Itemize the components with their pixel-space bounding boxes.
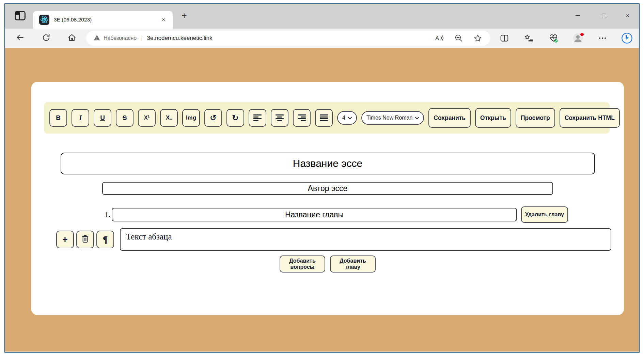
minimize-button[interactable] — [571, 9, 585, 22]
undo-icon: ↺ — [210, 113, 216, 122]
close-icon: × — [162, 16, 165, 23]
align-left-icon — [253, 114, 262, 121]
security-label: Небезопасно — [104, 35, 137, 41]
essay-author-input[interactable] — [102, 182, 553, 195]
redo-button[interactable]: ↻ — [226, 109, 244, 127]
split-screen-button[interactable] — [499, 32, 510, 44]
close-button[interactable]: × — [621, 9, 635, 22]
bold-button[interactable]: B — [49, 109, 67, 127]
heart-pulse-icon — [548, 33, 559, 43]
chapter-row: 1. Удалить главу — [99, 206, 624, 223]
read-aloud-icon: A — [435, 34, 444, 42]
tab-layout-icon — [15, 11, 26, 22]
svg-text:A: A — [435, 35, 439, 42]
more-button[interactable] — [597, 32, 608, 44]
underline-button[interactable]: U — [94, 109, 111, 127]
notification-dot — [580, 33, 584, 36]
close-icon: × — [626, 12, 629, 19]
align-left-button[interactable] — [249, 109, 266, 127]
browser-window: 3E (06.08.2023) × + × — [4, 3, 640, 353]
read-aloud-button[interactable]: A — [435, 33, 445, 43]
tab-strip: 3E (06.08.2023) × + × — [5, 4, 639, 29]
trash-icon — [81, 235, 89, 244]
plus-icon: + — [62, 234, 68, 245]
star-icon — [474, 34, 482, 42]
browser-tab[interactable]: 3E (06.08.2023) × — [33, 11, 173, 29]
justify-icon — [320, 114, 328, 121]
align-center-button[interactable] — [271, 109, 288, 127]
editor-card: B I U S X¹ X₁ Img ↺ ↻ — [31, 82, 624, 315]
preview-button[interactable]: Просмотр — [516, 108, 555, 128]
add-questions-button[interactable]: Добавить вопросы — [280, 255, 325, 273]
zoom-out-button[interactable] — [454, 33, 464, 43]
favorite-button[interactable] — [473, 33, 483, 43]
collections-icon — [524, 34, 534, 43]
strikethrough-button[interactable]: S — [116, 109, 133, 127]
profile-button[interactable] — [572, 32, 584, 44]
pilcrow-icon: ¶ — [103, 234, 108, 245]
align-right-icon — [298, 114, 306, 121]
delete-paragraph-button[interactable] — [76, 231, 94, 248]
refresh-button[interactable] — [40, 32, 52, 45]
browser-essentials-button[interactable] — [548, 32, 559, 44]
home-icon — [67, 33, 76, 43]
new-tab-button[interactable]: + — [178, 10, 190, 22]
url-text: 3e.nodemcu.keenetic.link — [147, 35, 213, 42]
pilcrow-button[interactable]: ¶ — [96, 231, 114, 248]
ellipsis-icon — [598, 34, 607, 43]
editor-toolbar: B I U S X¹ X₁ Img ↺ ↻ — [44, 102, 610, 134]
chapter-title-input[interactable] — [112, 208, 517, 221]
delete-chapter-button[interactable]: Удалить главу — [521, 206, 568, 223]
chevron-down-icon — [348, 117, 352, 120]
back-button[interactable] — [14, 32, 26, 45]
home-button[interactable] — [66, 32, 78, 45]
open-button[interactable]: Открыть — [475, 108, 511, 128]
redo-icon: ↻ — [232, 113, 238, 122]
plus-icon: + — [182, 11, 187, 21]
bing-icon — [621, 32, 633, 44]
copilot-button[interactable] — [621, 32, 633, 44]
align-right-button[interactable] — [293, 109, 311, 127]
warning-icon — [94, 35, 100, 42]
page-background: B I U S X¹ X₁ Img ↺ ↻ — [5, 48, 639, 352]
footer-buttons: Добавить вопросы Добавить главу — [31, 255, 624, 273]
address-bar[interactable]: Небезопасно | 3e.nodemcu.keenetic.link A — [86, 31, 490, 46]
tab-actions-button[interactable] — [14, 11, 26, 22]
justify-button[interactable] — [315, 109, 333, 127]
refresh-icon — [42, 33, 50, 43]
chapter-number: 1. — [99, 210, 112, 219]
split-screen-icon — [500, 34, 509, 43]
navbar: Небезопасно | 3e.nodemcu.keenetic.link A — [5, 29, 639, 48]
essay-title-input[interactable] — [61, 153, 595, 174]
collections-button[interactable] — [523, 32, 535, 44]
save-html-button[interactable]: Сохранить HTML — [560, 108, 620, 128]
react-icon — [39, 15, 49, 25]
superscript-button[interactable]: X¹ — [138, 109, 156, 127]
tab-title: 3E (06.08.2023) — [54, 17, 159, 23]
add-paragraph-button[interactable]: + — [56, 231, 74, 248]
subscript-button[interactable]: X₁ — [160, 109, 178, 127]
paragraph-textarea[interactable]: Текст абзаца — [120, 228, 611, 251]
tab-close-button[interactable]: × — [159, 15, 168, 24]
back-icon — [16, 33, 25, 43]
undo-button[interactable]: ↺ — [204, 109, 222, 127]
paragraph-row: + ¶ Текст абзаца — [56, 228, 624, 251]
font-size-select[interactable]: 4 — [337, 111, 357, 125]
save-button[interactable]: Сохранить — [428, 108, 471, 128]
image-button[interactable]: Img — [182, 109, 200, 127]
maximize-button[interactable] — [597, 9, 611, 22]
address-divider: | — [141, 35, 142, 42]
chevron-down-icon — [415, 117, 419, 120]
font-family-select[interactable]: Times New Roman — [361, 111, 424, 125]
minimize-icon — [576, 15, 580, 16]
zoom-out-icon — [455, 34, 463, 42]
align-center-icon — [276, 114, 284, 121]
maximize-icon — [602, 14, 606, 18]
italic-button[interactable]: I — [72, 109, 89, 127]
add-chapter-button[interactable]: Добавить главу — [330, 255, 376, 273]
